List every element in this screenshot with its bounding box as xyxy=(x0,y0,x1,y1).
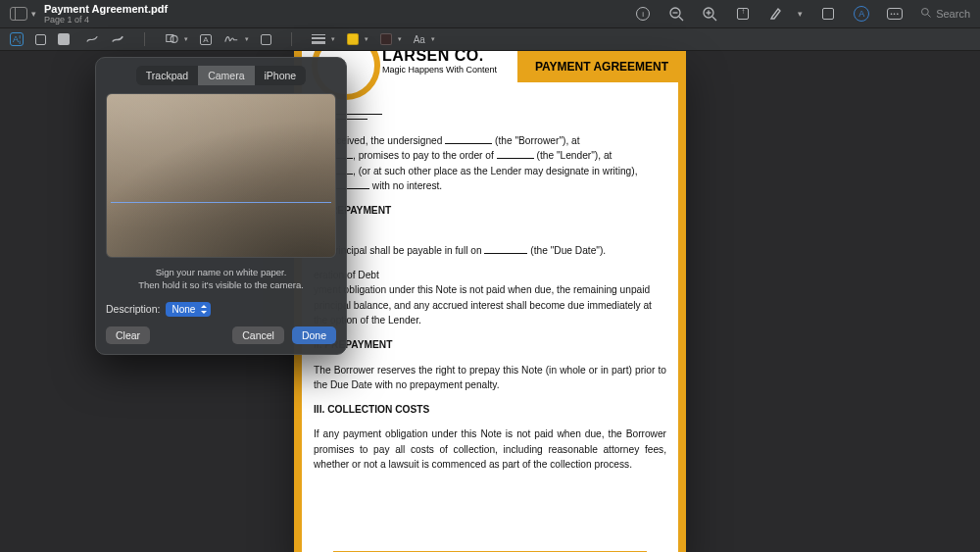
note-tool[interactable] xyxy=(261,34,271,45)
line-style-chevron[interactable]: ▾ xyxy=(331,35,335,43)
redact-tool[interactable] xyxy=(58,33,70,45)
text-style-chevron[interactable]: ▾ xyxy=(431,35,435,43)
company-name: LARSEN CO. xyxy=(382,51,497,65)
markup-toggle-icon[interactable]: A xyxy=(854,6,869,22)
zoom-in-icon[interactable] xyxy=(702,6,717,22)
svg-line-1 xyxy=(679,17,683,21)
tab-trackpad[interactable]: Trackpad xyxy=(136,66,198,85)
signature-source-tabs: Trackpad Camera iPhone xyxy=(136,66,306,85)
stroke-color-chevron[interactable]: ▾ xyxy=(365,35,368,43)
camera-hint: Sign your name on white paper. Then hold… xyxy=(106,266,336,292)
rectangle-selection-tool[interactable] xyxy=(35,34,46,45)
fill-color-swatch[interactable] xyxy=(380,33,392,45)
svg-point-10 xyxy=(171,35,177,42)
search-placeholder: Search xyxy=(936,8,970,20)
shapes-menu-chevron[interactable]: ▾ xyxy=(184,35,188,43)
description-select[interactable]: None xyxy=(166,302,211,317)
signature-popover: Trackpad Camera iPhone Sign your name on… xyxy=(95,57,347,355)
sketch-tool[interactable] xyxy=(85,31,99,47)
share-icon[interactable]: ↑ xyxy=(735,6,751,22)
sidebar-toggle-button[interactable] xyxy=(10,7,27,21)
text-tool[interactable]: A xyxy=(200,34,211,45)
document-title: Payment Agreement.pdf xyxy=(44,3,168,15)
cancel-button[interactable]: Cancel xyxy=(232,326,284,344)
description-label: Description: xyxy=(106,303,160,315)
svg-line-4 xyxy=(712,17,716,21)
search-field[interactable]: Search xyxy=(920,7,970,21)
clear-button[interactable]: Clear xyxy=(106,326,150,344)
draw-tool[interactable] xyxy=(111,31,124,47)
window-title-bar: ▾ Payment Agreement.pdf Page 1 of 4 i ↑ … xyxy=(0,0,980,27)
signature-baseline xyxy=(111,202,331,203)
svg-line-8 xyxy=(928,15,931,18)
pdf-page: PAYMENT AGREEMENT LARSEN CO. Magic Happe… xyxy=(294,51,686,552)
text-style-tool[interactable]: Aa xyxy=(414,34,425,45)
text-selection-tool[interactable]: A¦ xyxy=(10,32,24,46)
highlight-icon[interactable] xyxy=(768,6,784,22)
sign-tool[interactable] xyxy=(223,31,239,47)
search-icon xyxy=(920,7,932,21)
fill-color-chevron[interactable]: ▾ xyxy=(398,35,402,43)
sidebar-menu-chevron[interactable]: ▾ xyxy=(31,9,36,19)
camera-preview xyxy=(106,93,336,258)
company-tagline: Magic Happens With Content xyxy=(382,65,497,75)
highlight-menu-chevron[interactable]: ▾ xyxy=(798,9,803,19)
line-style-tool[interactable] xyxy=(312,32,325,46)
svg-point-7 xyxy=(922,9,929,16)
done-button[interactable]: Done xyxy=(292,326,336,344)
page-indicator: Page 1 of 4 xyxy=(44,15,168,25)
stroke-color-swatch[interactable] xyxy=(347,33,359,45)
document-body: ue received, the undersigned (the "Borro… xyxy=(314,110,666,481)
markup-toolbar: A¦ ▾ A ▾ ▾ ▾ ▾ Aa ▾ xyxy=(0,27,980,51)
sign-menu-chevron[interactable]: ▾ xyxy=(245,35,249,43)
zoom-out-icon[interactable] xyxy=(668,6,684,22)
tab-iphone[interactable]: iPhone xyxy=(255,66,307,85)
form-fields-icon[interactable]: ••• xyxy=(887,6,903,22)
shapes-tool[interactable] xyxy=(165,31,178,47)
tab-camera[interactable]: Camera xyxy=(198,66,254,85)
info-icon[interactable]: i xyxy=(635,6,651,22)
rotate-icon[interactable] xyxy=(820,6,836,22)
